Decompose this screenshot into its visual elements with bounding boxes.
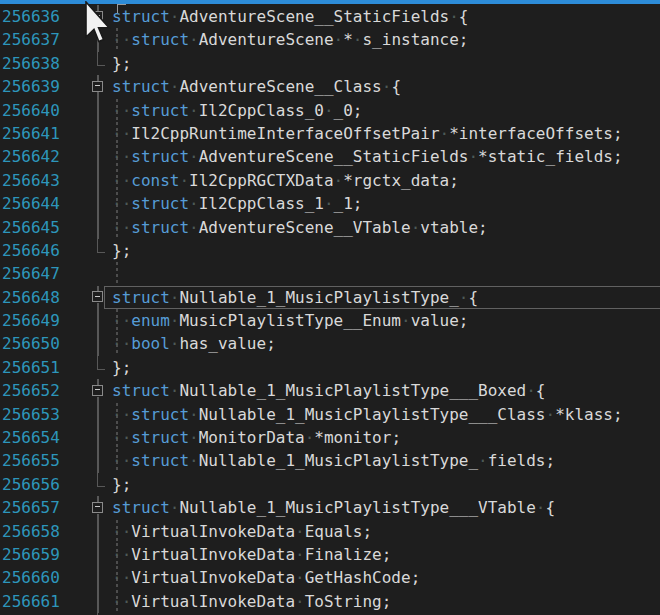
code-token: }; xyxy=(112,54,131,73)
code-text[interactable]: ··enum·MusicPlaylistType__Enum·value; xyxy=(112,309,468,332)
whitespace-dots: ·· xyxy=(112,30,131,49)
code-text[interactable]: ··VirtualInvokeData·ToString; xyxy=(112,590,391,613)
fold-anchor-mark xyxy=(117,4,126,13)
fold-bracket-line xyxy=(97,309,99,332)
whitespace-dots: ·· xyxy=(112,147,131,166)
code-text[interactable]: }; xyxy=(112,239,131,262)
fold-collapse-icon[interactable] xyxy=(92,81,103,92)
code-text[interactable]: struct·Nullable_1_MusicPlaylistType___VT… xyxy=(112,496,555,519)
code-token: { xyxy=(546,498,556,517)
whitespace-dots: · xyxy=(295,522,305,541)
code-token: *static_fields; xyxy=(478,147,623,166)
code-line-row: 256647 xyxy=(0,262,660,285)
code-line-row: 256652struct·Nullable_1_MusicPlaylistTyp… xyxy=(0,379,660,402)
code-token: GetHashCode; xyxy=(305,568,421,587)
whitespace-dots: · xyxy=(189,405,199,424)
code-line-row: 256654··struct·MonitorData·*monitor; xyxy=(0,426,660,449)
whitespace-dots: ·· xyxy=(112,545,131,564)
code-token: { xyxy=(459,7,469,26)
fold-bracket-corner xyxy=(97,473,105,487)
code-text[interactable]: ··const·Il2CppRGCTXData·*rgctx_data; xyxy=(112,169,459,192)
whitespace-dots: · xyxy=(401,311,411,330)
whitespace-dots: · xyxy=(295,592,305,611)
code-token: Il2CppRuntimeInterfaceOffsetPair xyxy=(131,124,439,143)
whitespace-dots: · xyxy=(459,288,469,307)
code-token: struct xyxy=(131,218,189,237)
whitespace-dots: ·· xyxy=(112,592,131,611)
line-number: 256643 xyxy=(2,169,60,192)
fold-bracket-line xyxy=(97,169,99,192)
code-text[interactable]: ··VirtualInvokeData·Equals; xyxy=(112,520,372,543)
line-number: 256642 xyxy=(2,145,60,168)
line-number: 256637 xyxy=(2,28,60,51)
fold-bracket-corner xyxy=(97,356,105,370)
code-token: struct xyxy=(131,451,189,470)
fold-collapse-icon[interactable] xyxy=(92,502,103,513)
code-token: * xyxy=(343,30,353,49)
whitespace-dots: · xyxy=(324,194,334,213)
code-line-row: 256641··Il2CppRuntimeInterfaceOffsetPair… xyxy=(0,122,660,145)
line-number: 256648 xyxy=(2,286,60,309)
code-token: MonitorData xyxy=(199,428,305,447)
code-text[interactable]: ··struct·Nullable_1_MusicPlaylistType_·f… xyxy=(112,449,555,472)
code-token: *monitor; xyxy=(314,428,401,447)
line-number: 256644 xyxy=(2,192,60,215)
code-text[interactable]: ··struct·MonitorData·*monitor; xyxy=(112,426,401,449)
code-line-row: 256648struct·Nullable_1_MusicPlaylistTyp… xyxy=(0,286,660,309)
whitespace-dots: ·· xyxy=(112,171,131,190)
code-text[interactable]: struct·Nullable_1_MusicPlaylistType___Bo… xyxy=(112,379,546,402)
code-token: }; xyxy=(112,241,131,260)
code-token: struct xyxy=(131,147,189,166)
code-line-row: 256657struct·Nullable_1_MusicPlaylistTyp… xyxy=(0,496,660,519)
fold-collapse-icon[interactable] xyxy=(92,291,103,302)
code-token: { xyxy=(468,288,478,307)
code-text[interactable]: struct·Nullable_1_MusicPlaylistType_·{ xyxy=(112,286,478,309)
code-token: Nullable_1_MusicPlaylistType_ xyxy=(199,451,478,470)
whitespace-dots: · xyxy=(189,218,199,237)
code-text[interactable]: struct·AdventureScene__StaticFields·{ xyxy=(112,5,468,28)
code-text[interactable]: struct·AdventureScene__Class·{ xyxy=(112,75,401,98)
code-text[interactable]: ··Il2CppRuntimeInterfaceOffsetPair·*inte… xyxy=(112,122,623,145)
whitespace-dots: · xyxy=(189,147,199,166)
fold-bracket-line xyxy=(97,332,99,355)
whitespace-dots: · xyxy=(536,498,546,517)
code-rows-container: 256636struct·AdventureScene__StaticField… xyxy=(0,5,660,615)
code-text[interactable]: ··VirtualInvokeData·Finalize; xyxy=(112,543,391,566)
code-text[interactable]: ··struct·AdventureScene·*·s_instance; xyxy=(112,28,468,51)
code-token: struct xyxy=(112,288,170,307)
code-text[interactable]: ··bool·has_value; xyxy=(112,332,276,355)
fold-collapse-icon[interactable] xyxy=(92,385,103,396)
code-text[interactable]: }; xyxy=(112,473,131,496)
line-number: 256653 xyxy=(2,403,60,426)
code-text[interactable]: ··struct·Il2CppClass_0·_0; xyxy=(112,99,362,122)
fold-bracket-corner xyxy=(97,52,105,66)
whitespace-dots: · xyxy=(334,171,344,190)
code-line-row: 256640··struct·Il2CppClass_0·_0; xyxy=(0,99,660,122)
code-text[interactable]: }; xyxy=(112,356,131,379)
code-text[interactable]: ··struct·AdventureScene__StaticFields·*s… xyxy=(112,145,623,168)
code-text[interactable]: ··struct·AdventureScene__VTable·vtable; xyxy=(112,216,488,239)
whitespace-dots: · xyxy=(189,30,199,49)
code-text[interactable]: ··struct·Il2CppClass_1·_1; xyxy=(112,192,362,215)
code-line-row: 256660··VirtualInvokeData·GetHashCode; xyxy=(0,566,660,589)
code-text[interactable]: ··VirtualInvokeData·GetHashCode; xyxy=(112,566,420,589)
line-number: 256639 xyxy=(2,75,60,98)
line-number: 256659 xyxy=(2,543,60,566)
fold-bracket-line xyxy=(97,543,99,566)
code-text[interactable]: }; xyxy=(112,52,131,75)
code-token: Il2CppRGCTXData xyxy=(189,171,334,190)
line-number: 256650 xyxy=(2,332,60,355)
whitespace-dots: · xyxy=(324,101,334,120)
whitespace-dots: · xyxy=(170,77,180,96)
code-line-row: 256651}; xyxy=(0,356,660,379)
code-token: value; xyxy=(411,311,469,330)
whitespace-dots: · xyxy=(526,381,536,400)
code-line-row: 256646}; xyxy=(0,239,660,262)
code-token: AdventureScene__StaticFields xyxy=(199,147,469,166)
whitespace-dots: ·· xyxy=(112,101,131,120)
line-number: 256641 xyxy=(2,122,60,145)
line-number: 256646 xyxy=(2,239,60,262)
code-text[interactable]: ··struct·Nullable_1_MusicPlaylistType___… xyxy=(112,403,623,426)
whitespace-dots: · xyxy=(468,147,478,166)
line-number: 256655 xyxy=(2,449,60,472)
